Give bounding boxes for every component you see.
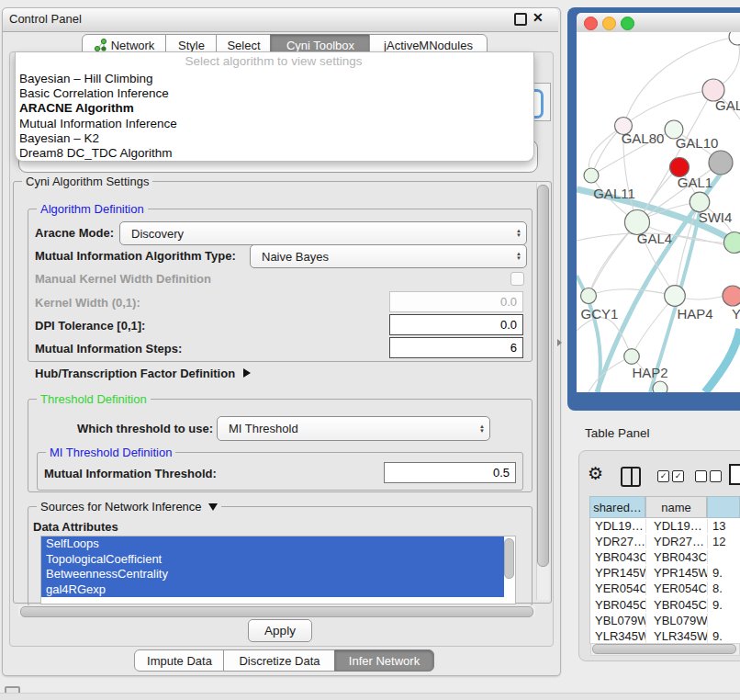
network-node[interactable] — [581, 288, 597, 304]
splitter-collapse-icon[interactable] — [557, 339, 562, 346]
aracne-mode-label: Aracne Mode: — [35, 226, 114, 240]
table-panel-title: Table Panel — [585, 426, 650, 440]
cyni-algorithm-settings-title: Cyni Algorithm Settings — [22, 175, 152, 188]
stepper-arrows-icon: ▲▼ — [511, 245, 526, 267]
select-all-checkbox-icon[interactable]: ✓ — [657, 470, 669, 482]
tab-discretize-data[interactable]: Discretize Data — [223, 649, 336, 672]
network-node[interactable] — [653, 381, 667, 392]
node-label: GAL10 — [676, 135, 719, 151]
data-attributes-label: Data Attributes — [33, 520, 118, 534]
mi-type-select[interactable]: Naive Bayes ▲▼ — [250, 244, 527, 268]
export-table-icon[interactable] — [729, 464, 740, 485]
sources-group-title[interactable]: Sources for Network Inference — [37, 500, 221, 514]
network-node[interactable] — [724, 232, 740, 254]
algorithm-definition-title: Algorithm Definition — [37, 202, 148, 216]
window-bottom-edge — [0, 693, 740, 700]
manual-kernel-checkbox[interactable] — [510, 272, 524, 286]
mi-threshold-group-title: MI Threshold Definition — [46, 446, 175, 459]
table-horizontal-scrollbar-thumb[interactable] — [592, 644, 736, 654]
network-tab-icon — [95, 39, 107, 51]
threshold-definition-title: Threshold Definition — [37, 392, 151, 406]
node-label: GAL80 — [622, 130, 665, 146]
algorithm-option[interactable]: ARACNE Algorithm — [17, 101, 531, 116]
table-row[interactable]: YER054C YER054C 8. — [590, 581, 740, 596]
node-label: GCY1 — [581, 306, 619, 322]
attribute-item-selected[interactable]: gal4RGexp — [41, 582, 504, 598]
aracne-mode-select[interactable]: Discovery ▲▼ — [119, 221, 527, 245]
algorithm-dropdown-placeholder: Select algorithm to view settings — [15, 54, 533, 68]
table-row[interactable]: YDR27… YDR27… 12 — [590, 534, 740, 549]
control-panel-title: Control Panel — [9, 12, 82, 26]
node-label: GAL4 — [637, 231, 672, 246]
algorithm-option[interactable]: Dream8 DC_TDC Algorithm — [17, 146, 531, 161]
dpi-tolerance-input[interactable] — [389, 314, 523, 335]
algorithm-options-list: Bayesian – Hill ClimbingBasic Correlatio… — [17, 72, 531, 161]
node-label: HAP2 — [632, 365, 667, 380]
algorithm-option[interactable]: Basic Correlation Inference — [17, 86, 531, 101]
column-header-partial[interactable] — [707, 496, 740, 518]
attribute-item-selected[interactable]: BetweennessCentrality — [41, 567, 504, 582]
algorithm-option[interactable]: Bayesian – Hill Climbing — [17, 72, 531, 86]
kernel-width-label: Kernel Width (0,1): — [35, 296, 140, 310]
attribute-list-scrollbar[interactable] — [504, 538, 514, 579]
traffic-light-close-icon[interactable] — [584, 17, 598, 30]
table-row[interactable]: YPR145W YPR145W 9. — [590, 565, 740, 581]
attribute-item-selected[interactable]: TopologicalCoefficient — [41, 552, 504, 568]
algorithm-option[interactable]: Mutual Information Inference — [17, 117, 531, 131]
table-row[interactable]: YDL19… YDL19… 13 — [590, 518, 740, 534]
control-panel-header — [3, 8, 558, 32]
deselect-all-checkbox-icon[interactable] — [695, 470, 707, 482]
select-all-checkbox-icon[interactable]: ✓ — [672, 470, 684, 482]
float-window-icon[interactable] — [514, 13, 527, 26]
network-node[interactable] — [584, 168, 599, 183]
network-window-titlebar[interactable] — [577, 13, 740, 33]
data-attributes-list[interactable]: SelfLoopsTopologicalCoefficientBetweenne… — [40, 536, 516, 604]
column-layout-icon[interactable] — [621, 467, 641, 487]
table-row[interactable]: YBL079W YBL079W — [590, 613, 740, 628]
mi-threshold-input[interactable] — [384, 462, 516, 483]
tab-infer-network[interactable]: Infer Network — [334, 649, 434, 672]
apply-button[interactable]: Apply — [248, 619, 312, 642]
table-row[interactable]: YBR043C YBR043C — [590, 549, 740, 565]
mi-threshold-label: Mutual Information Threshold: — [44, 467, 217, 480]
network-node[interactable] — [624, 349, 640, 365]
network-canvas[interactable]: GAL80 GAL10 GAL1 GAL11 SWI4 GAL4 GCY1 HA… — [577, 32, 740, 392]
settings-horizontal-scrollbar-thumb[interactable] — [20, 606, 533, 617]
node-label: SWI4 — [699, 209, 733, 225]
column-header-shared-name[interactable]: shared… — [589, 496, 645, 518]
table-row[interactable]: YBR045C YBR045C 9. — [590, 596, 740, 612]
hub-definition-expander[interactable]: Hub/Transcription Factor Definition — [35, 367, 251, 380]
mi-type-label: Mutual Information Algorithm Type: — [35, 249, 236, 263]
application-window: Control Panel ✕ Network Style Select Cyn… — [0, 0, 740, 700]
network-node-gray[interactable] — [709, 151, 733, 175]
table-rows: YDL19… YDL19… 13 YDR27… YDR27… 12 YBR043… — [589, 518, 740, 644]
gear-icon[interactable]: ⚙ — [588, 463, 603, 484]
table-row[interactable]: YLR345W YLR345W 9. — [590, 628, 740, 644]
manual-kernel-label: Manual Kernel Width Definition — [35, 272, 211, 286]
node-label: GAL — [715, 97, 740, 113]
traffic-light-zoom-icon[interactable] — [621, 17, 634, 30]
mi-steps-input[interactable] — [389, 337, 523, 358]
settings-vertical-scrollbar-thumb[interactable] — [537, 185, 549, 567]
kernel-width-input[interactable] — [389, 291, 523, 312]
stepper-arrows-icon: ▲▼ — [511, 222, 526, 244]
network-node-salmon[interactable] — [723, 286, 740, 306]
stepper-arrows-icon: ▲▼ — [475, 417, 489, 440]
close-icon[interactable]: ✕ — [533, 10, 544, 25]
which-threshold-select[interactable]: MI Threshold ▲▼ — [217, 416, 490, 441]
node-label: GAL1 — [678, 175, 712, 190]
algorithm-option[interactable]: Bayesian – K2 — [17, 131, 531, 146]
dpi-tolerance-label: DPI Tolerance [0,1]: — [35, 319, 145, 333]
attribute-item-selected[interactable]: SelfLoops — [41, 536, 504, 552]
traffic-light-minimize-icon[interactable] — [602, 17, 616, 30]
node-label: Y — [732, 306, 740, 322]
which-threshold-label: Which threshold to use: — [77, 422, 213, 435]
node-label: HAP4 — [677, 306, 712, 322]
column-header-name[interactable]: name — [645, 496, 707, 518]
collapse-down-icon — [208, 503, 218, 511]
deselect-all-checkbox-icon[interactable] — [710, 470, 722, 482]
node-label: GAL11 — [593, 186, 635, 201]
mi-steps-label: Mutual Information Steps: — [35, 342, 182, 356]
tab-impute-data[interactable]: Impute Data — [134, 649, 225, 672]
network-node[interactable] — [665, 286, 686, 307]
